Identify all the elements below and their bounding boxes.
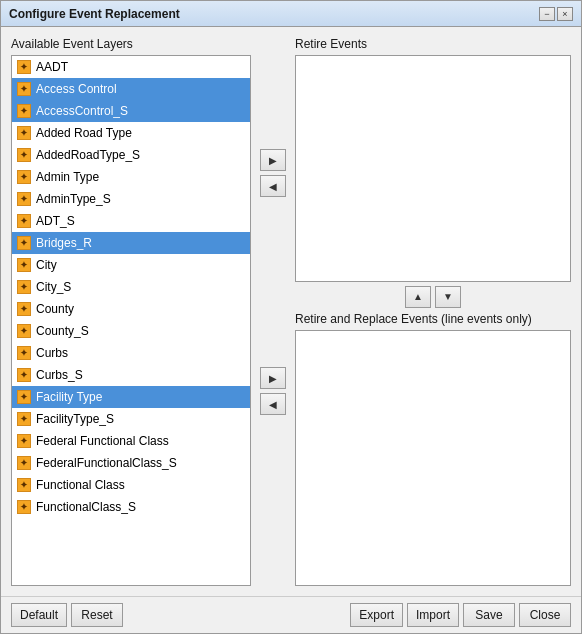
save-button[interactable]: Save [463, 603, 515, 627]
event-layer-icon: ✦ [16, 477, 32, 493]
event-layer-icon: ✦ [16, 433, 32, 449]
list-item-label: Curbs [36, 346, 68, 360]
list-item-label: City_S [36, 280, 71, 294]
list-item[interactable]: ✦Curbs [12, 342, 250, 364]
event-layer-icon: ✦ [16, 499, 32, 515]
list-item-label: County [36, 302, 74, 316]
list-item[interactable]: ✦AddedRoadType_S [12, 144, 250, 166]
event-layer-icon: ✦ [16, 257, 32, 273]
replace-label: Retire and Replace Events (line events o… [295, 312, 571, 326]
list-item-label: FederalFunctionalClass_S [36, 456, 177, 470]
main-content: Available Event Layers ✦AADT✦Access Cont… [11, 37, 571, 586]
right-panel: Retire Events ▲ ▼ Retire and Replace Eve… [295, 37, 571, 586]
list-item[interactable]: ✦AdminType_S [12, 188, 250, 210]
left-panel: Available Event Layers ✦AADT✦Access Cont… [11, 37, 251, 586]
list-item-label: County_S [36, 324, 89, 338]
minimize-button[interactable]: − [539, 7, 555, 21]
event-layer-icon: ✦ [16, 323, 32, 339]
list-item[interactable]: ✦FederalFunctionalClass_S [12, 452, 250, 474]
move-up-button[interactable]: ▲ [405, 286, 431, 308]
list-item-label: Access Control [36, 82, 117, 96]
footer-left: Default Reset [11, 603, 123, 627]
list-item-label: AccessControl_S [36, 104, 128, 118]
dialog-title: Configure Event Replacement [9, 7, 180, 21]
list-item[interactable]: ✦AccessControl_S [12, 100, 250, 122]
event-layer-icon: ✦ [16, 411, 32, 427]
close-button[interactable]: × [557, 7, 573, 21]
event-layer-icon: ✦ [16, 367, 32, 383]
list-item-label: Federal Functional Class [36, 434, 169, 448]
add-to-retire-button[interactable]: ▶ [260, 149, 286, 171]
list-item[interactable]: ✦County [12, 298, 250, 320]
list-item-label: FunctionalClass_S [36, 500, 136, 514]
event-layer-icon: ✦ [16, 125, 32, 141]
import-button[interactable]: Import [407, 603, 459, 627]
close-dialog-button[interactable]: Close [519, 603, 571, 627]
event-layer-icon: ✦ [16, 301, 32, 317]
list-item-label: AddedRoadType_S [36, 148, 140, 162]
list-item[interactable]: ✦Federal Functional Class [12, 430, 250, 452]
list-item[interactable]: ✦Access Control [12, 78, 250, 100]
event-layer-icon: ✦ [16, 345, 32, 361]
list-item[interactable]: ✦AADT [12, 56, 250, 78]
available-layers-label: Available Event Layers [11, 37, 251, 51]
list-item[interactable]: ✦City [12, 254, 250, 276]
list-item[interactable]: ✦Admin Type [12, 166, 250, 188]
remove-from-retire-button[interactable]: ◀ [260, 175, 286, 197]
list-item[interactable]: ✦Facility Type [12, 386, 250, 408]
event-layer-icon: ✦ [16, 213, 32, 229]
transfer-controls: ▶ ◀ ▶ ◀ [251, 37, 295, 586]
list-item[interactable]: ✦County_S [12, 320, 250, 342]
retire-label: Retire Events [295, 37, 571, 51]
event-layer-icon: ✦ [16, 389, 32, 405]
move-down-button[interactable]: ▼ [435, 286, 461, 308]
list-item-label: AADT [36, 60, 68, 74]
list-item-label: Bridges_R [36, 236, 92, 250]
list-item[interactable]: ✦FunctionalClass_S [12, 496, 250, 518]
export-button[interactable]: Export [350, 603, 403, 627]
list-item[interactable]: ✦Curbs_S [12, 364, 250, 386]
event-layer-icon: ✦ [16, 81, 32, 97]
retire-list[interactable] [295, 55, 571, 282]
list-item-label: Facility Type [36, 390, 102, 404]
footer: Default Reset Export Import Save Close [1, 596, 581, 633]
footer-right: Export Import Save Close [350, 603, 571, 627]
up-down-controls: ▲ ▼ [295, 282, 571, 312]
event-layer-icon: ✦ [16, 455, 32, 471]
event-layer-icon: ✦ [16, 59, 32, 75]
default-button[interactable]: Default [11, 603, 67, 627]
remove-from-replace-button[interactable]: ◀ [260, 393, 286, 415]
configure-event-replacement-dialog: Configure Event Replacement − × Availabl… [0, 0, 582, 634]
reset-button[interactable]: Reset [71, 603, 123, 627]
event-layer-icon: ✦ [16, 235, 32, 251]
list-item-label: Functional Class [36, 478, 125, 492]
title-bar-controls: − × [539, 7, 573, 21]
list-item[interactable]: ✦FacilityType_S [12, 408, 250, 430]
list-item[interactable]: ✦Bridges_R [12, 232, 250, 254]
list-item-label: Admin Type [36, 170, 99, 184]
list-item[interactable]: ✦Added Road Type [12, 122, 250, 144]
available-layers-list: ✦AADT✦Access Control✦AccessControl_S✦Add… [11, 55, 251, 586]
event-layer-icon: ✦ [16, 147, 32, 163]
available-layers-inner[interactable]: ✦AADT✦Access Control✦AccessControl_S✦Add… [12, 56, 250, 585]
list-item-label: AdminType_S [36, 192, 111, 206]
list-item[interactable]: ✦ADT_S [12, 210, 250, 232]
event-layer-icon: ✦ [16, 279, 32, 295]
replace-area: Retire and Replace Events (line events o… [295, 312, 571, 587]
title-bar: Configure Event Replacement − × [1, 1, 581, 27]
list-item-label: ADT_S [36, 214, 75, 228]
add-to-replace-button[interactable]: ▶ [260, 367, 286, 389]
retire-transfer: ▶ ◀ [251, 149, 295, 197]
replace-list[interactable] [295, 330, 571, 587]
event-layer-icon: ✦ [16, 191, 32, 207]
replace-transfer: ▶ ◀ [251, 367, 295, 415]
list-item[interactable]: ✦Functional Class [12, 474, 250, 496]
event-layer-icon: ✦ [16, 103, 32, 119]
list-item[interactable]: ✦City_S [12, 276, 250, 298]
list-item-label: Added Road Type [36, 126, 132, 140]
list-item-label: Curbs_S [36, 368, 83, 382]
dialog-body: Available Event Layers ✦AADT✦Access Cont… [1, 27, 581, 596]
list-item-label: FacilityType_S [36, 412, 114, 426]
list-item-label: City [36, 258, 57, 272]
event-layer-icon: ✦ [16, 169, 32, 185]
